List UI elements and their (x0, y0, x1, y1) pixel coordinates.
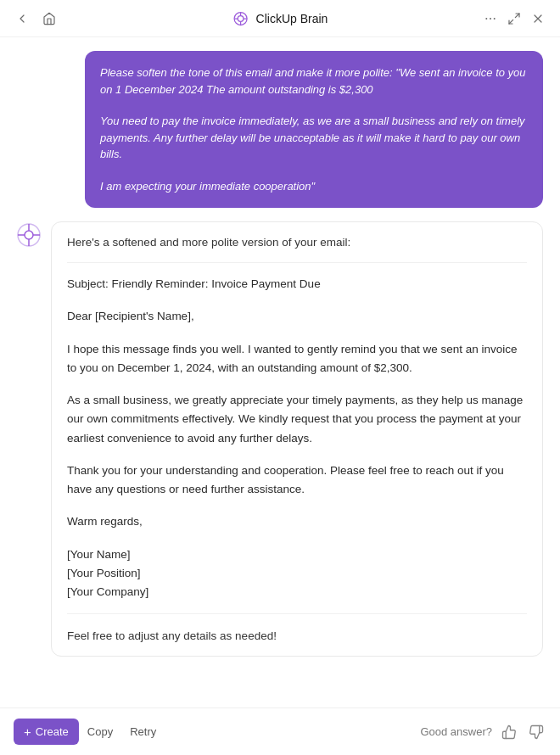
header: ClickUp Brain (0, 0, 560, 37)
user-message-text3: I am expecting your immediate cooperatio… (100, 178, 528, 195)
back-icon[interactable] (14, 10, 31, 27)
header-right (482, 10, 546, 27)
action-bar-right: Good answer? (420, 722, 546, 742)
good-answer-label: Good answer? (420, 725, 492, 738)
email-paragraph3: Thank you for your understanding and coo… (67, 461, 527, 500)
user-message: Please soften the tone of this email and… (85, 51, 543, 208)
ai-response: Here's a softened and more polite versio… (17, 221, 543, 657)
thumbs-down-icon[interactable] (526, 722, 546, 742)
email-body: Subject: Friendly Reminder: Invoice Paym… (67, 275, 527, 601)
email-name: [Your Name] (67, 545, 527, 564)
svg-point-6 (485, 18, 487, 20)
email-position: [Your Position] (67, 564, 527, 583)
retry-button[interactable]: Retry (121, 719, 165, 744)
ai-message-content: Here's a softened and more polite versio… (51, 221, 543, 657)
thumbs-up-icon[interactable] (499, 722, 519, 742)
email-company: [Your Company] (67, 583, 527, 601)
svg-point-8 (494, 18, 496, 20)
ai-intro-text: Here's a softened and more polite versio… (67, 236, 527, 249)
svg-line-10 (509, 20, 513, 24)
action-bar-left: + Create Copy Retry (14, 719, 165, 745)
email-paragraph2: As a small business, we greatly apprecia… (67, 391, 527, 448)
user-message-text1: Please soften the tone of this email and… (100, 64, 528, 98)
header-left (14, 10, 58, 27)
svg-line-9 (515, 14, 519, 18)
email-closing: Warm regards, (67, 512, 527, 531)
home-icon[interactable] (41, 10, 58, 27)
email-subject: Subject: Friendly Reminder: Invoice Paym… (67, 275, 527, 294)
email-greeting: Dear [Recipient's Name], (67, 307, 527, 326)
close-icon[interactable] (529, 10, 546, 27)
more-options-icon[interactable] (482, 10, 499, 27)
header-center: ClickUp Brain (232, 10, 328, 27)
create-button[interactable]: + Create (14, 719, 79, 745)
svg-point-7 (490, 18, 491, 20)
footer-note: Feel free to adjust any details as neede… (67, 626, 527, 642)
brain-logo-icon (232, 10, 249, 27)
chat-content: Please soften the tone of this email and… (0, 37, 560, 707)
app-title: ClickUp Brain (256, 12, 328, 25)
action-bar: + Create Copy Retry Good answer? (0, 707, 560, 755)
ai-avatar (17, 223, 41, 247)
svg-point-1 (238, 15, 244, 21)
email-paragraph1: I hope this message finds you well. I wa… (67, 340, 527, 378)
expand-icon[interactable] (506, 10, 523, 27)
create-button-label: Create (36, 725, 69, 738)
plus-icon: + (24, 724, 31, 739)
copy-button[interactable]: Copy (79, 719, 121, 744)
user-message-text2: You need to pay the invoice immediately,… (100, 113, 528, 163)
